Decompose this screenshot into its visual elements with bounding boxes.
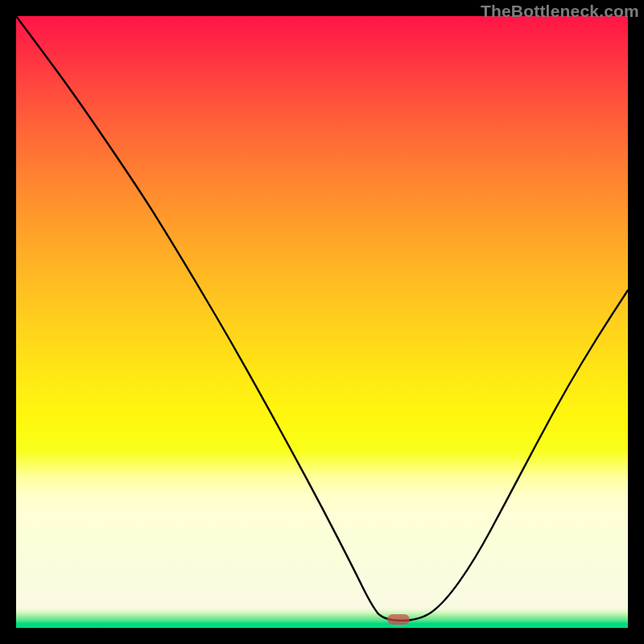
plot-area <box>16 16 628 628</box>
watermark-text: TheBottleneck.com <box>481 2 639 21</box>
bottleneck-curve <box>16 16 628 628</box>
optimal-marker <box>387 614 410 625</box>
chart-container: TheBottleneck.com <box>0 0 644 644</box>
